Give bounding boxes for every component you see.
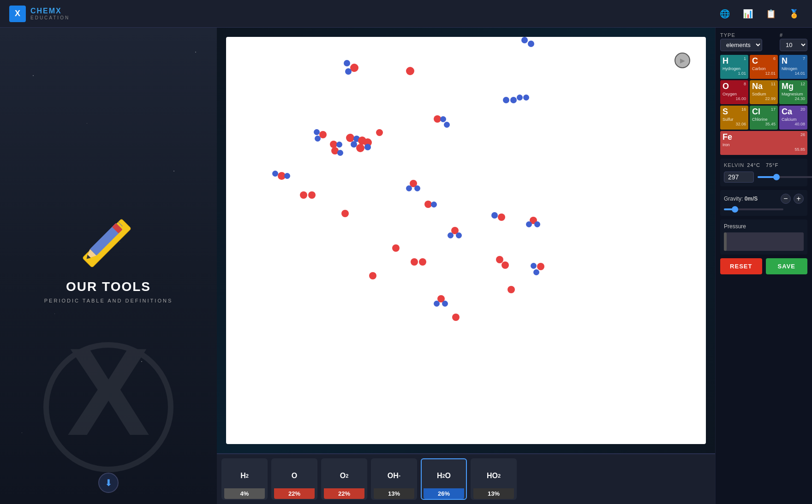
num-label: # xyxy=(780,32,807,38)
element-tile-n[interactable]: N 7 Nitrogen 14.01 xyxy=(779,55,807,79)
tools-logo: OUR TOOLS PERIODIC TABLE AND DEFINITIONS xyxy=(44,210,173,303)
sim-canvas-wrapper[interactable]: ▶ xyxy=(217,28,715,453)
gravity-slider[interactable] xyxy=(724,208,783,210)
play-button[interactable]: ▶ xyxy=(675,53,690,68)
gravity-controls: − + xyxy=(781,194,804,204)
tools-icon xyxy=(67,210,150,279)
mol-o[interactable]: O 22% xyxy=(271,458,317,500)
logo-education: EDUCATION xyxy=(30,15,70,20)
download-button[interactable]: ⬇ xyxy=(98,473,119,493)
mol-oh[interactable]: OH- 13% xyxy=(371,458,417,500)
medal-icon[interactable]: 🏅 xyxy=(785,5,803,23)
kelvin-slider[interactable] xyxy=(758,176,812,178)
mol-oh-pct: 13% xyxy=(374,488,414,499)
table-icon[interactable]: 📋 xyxy=(762,5,780,23)
mol-oh-formula: OH- xyxy=(388,463,400,488)
tools-title: OUR TOOLS xyxy=(66,279,151,294)
mol-o2[interactable]: O2 22% xyxy=(321,458,367,500)
pressure-label: Pressure xyxy=(724,223,804,230)
sim-canvas[interactable]: ▶ xyxy=(226,37,706,444)
gravity-section: Gravity: 0m/S − + xyxy=(720,190,807,216)
element-grid: H 1 Hydrogen 1.01 C 6 Carbon 12.01 N 7 N… xyxy=(720,55,807,155)
pressure-bar[interactable] xyxy=(724,232,804,251)
element-tile-na[interactable]: Na 11 Sodium 22.99 xyxy=(750,80,778,104)
svg-text:X: X xyxy=(67,338,150,461)
element-tile-o[interactable]: O 8 Oxygen 16.00 xyxy=(720,80,748,104)
type-select[interactable]: elements xyxy=(720,39,762,51)
mol-ho2[interactable]: HO2 13% xyxy=(471,458,517,500)
main-layout: OUR TOOLS PERIODIC TABLE AND DEFINITIONS… xyxy=(0,28,812,504)
right-panel: TYPE elements # 10 H 1 Hydrogen 1.01 C xyxy=(715,28,812,504)
topbar-icons: 🌐 📊 📋 🏅 xyxy=(716,5,803,23)
watermark-icon: X xyxy=(39,338,178,476)
num-select[interactable]: 10 xyxy=(780,39,807,51)
molecule-bar: H2 4% O 22% O2 22% OH- 13% H2O 26% HO2 1… xyxy=(217,453,715,504)
topbar: X CHEMX EDUCATION 🌐 📊 📋 🏅 xyxy=(0,0,812,28)
element-tile-fe[interactable]: Fe 26 Iron 55.85 xyxy=(720,131,807,155)
reset-button[interactable]: RESET xyxy=(720,258,762,274)
pressure-section: Pressure xyxy=(720,219,807,255)
mol-h2o-pct: 26% xyxy=(424,488,464,499)
logo: X CHEMX EDUCATION xyxy=(9,6,70,22)
left-panel: OUR TOOLS PERIODIC TABLE AND DEFINITIONS… xyxy=(0,28,217,504)
element-tile-mg[interactable]: Mg 12 Magnesium 24.30 xyxy=(779,80,807,104)
element-tile-cl[interactable]: Cl 17 Chlorine 35.45 xyxy=(750,106,778,130)
pressure-bar-fill xyxy=(724,232,727,251)
mol-h2o[interactable]: H2O 26% xyxy=(421,458,467,500)
action-buttons: RESET SAVE xyxy=(720,258,807,274)
gravity-plus[interactable]: + xyxy=(794,194,804,204)
mol-ho2-pct: 13% xyxy=(473,488,514,499)
mol-o-pct: 22% xyxy=(274,488,315,499)
mol-o-formula: O xyxy=(292,463,297,488)
type-label: TYPE xyxy=(720,32,777,38)
type-num-row: TYPE elements # 10 xyxy=(720,32,807,51)
element-tile-s[interactable]: S 16 Sulfur 32.06 xyxy=(720,106,748,130)
logo-text: CHEMX EDUCATION xyxy=(30,7,70,20)
gravity-minus[interactable]: − xyxy=(781,194,791,204)
mol-h2-formula: H2 xyxy=(240,463,249,488)
element-tile-h[interactable]: H 1 Hydrogen 1.01 xyxy=(720,55,748,79)
sim-area: ▶ xyxy=(217,28,715,504)
save-button[interactable]: SAVE xyxy=(766,258,808,274)
mol-ho2-formula: HO2 xyxy=(487,463,501,488)
tools-subtitle: PERIODIC TABLE AND DEFINITIONS xyxy=(44,298,173,303)
element-tile-ca[interactable]: Ca 20 Calcium 40.08 xyxy=(779,106,807,130)
kelvin-input[interactable] xyxy=(724,172,754,183)
chart-icon[interactable]: 📊 xyxy=(739,5,757,23)
mol-h2o-formula: H2O xyxy=(437,463,451,488)
kelvin-temps: 24°C 75°F xyxy=(747,162,778,168)
gravity-label: Gravity: 0m/S − + xyxy=(724,194,804,204)
kelvin-section: KELVIN 24°C 75°F xyxy=(720,159,807,186)
logo-chemx: CHEMX xyxy=(30,7,70,15)
logo-x-icon: X xyxy=(9,6,26,22)
element-tile-c[interactable]: C 6 Carbon 12.01 xyxy=(750,55,778,79)
mol-h2-pct: 4% xyxy=(224,488,265,499)
mol-o2-formula: O2 xyxy=(340,463,349,488)
globe-icon[interactable]: 🌐 xyxy=(716,5,734,23)
mol-h2[interactable]: H2 4% xyxy=(221,458,268,500)
kelvin-label: KELVIN 24°C 75°F xyxy=(724,162,804,168)
mol-o2-pct: 22% xyxy=(324,488,364,499)
